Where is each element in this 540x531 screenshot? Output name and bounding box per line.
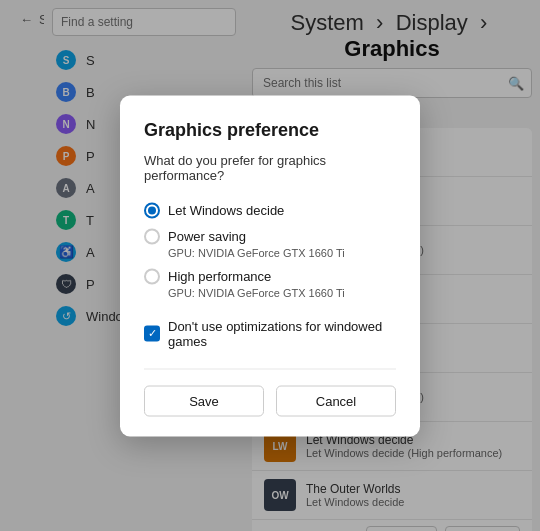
dialog-divider [144, 368, 396, 369]
save-button[interactable]: Save [144, 385, 264, 416]
radio-label-row-high-performance[interactable]: High performance [144, 268, 396, 284]
radio-sub-power-saving: GPU: NVIDIA GeForce GTX 1660 Ti [168, 246, 396, 258]
radio-input-high-performance[interactable] [144, 268, 160, 284]
radio-label-power-saving: Power saving [168, 229, 246, 244]
dialog-title: Graphics preference [144, 119, 396, 140]
radio-item-power-saving[interactable]: Power saving GPU: NVIDIA GeForce GTX 166… [144, 224, 396, 262]
radio-input-let-windows[interactable] [144, 202, 160, 218]
dialog-subtitle: What do you prefer for graphics performa… [144, 152, 396, 182]
checkbox-label: Don't use optimizations for windowed gam… [168, 318, 396, 348]
radio-sub-high-performance: GPU: NVIDIA GeForce GTX 1660 Ti [168, 286, 396, 298]
radio-label-row-power-saving[interactable]: Power saving [144, 228, 396, 244]
checkbox-input[interactable]: ✓ [144, 325, 160, 341]
radio-label-row-let-windows[interactable]: Let Windows decide [144, 202, 396, 218]
radio-label-let-windows: Let Windows decide [168, 203, 284, 218]
radio-group-graphics: Let Windows decide Power saving GPU: NVI… [144, 198, 396, 302]
radio-item-high-performance[interactable]: High performance GPU: NVIDIA GeForce GTX… [144, 264, 396, 302]
radio-input-power-saving[interactable] [144, 228, 160, 244]
dialog-buttons: Save Cancel [144, 385, 396, 416]
graphics-preference-dialog: Graphics preference What do you prefer f… [120, 95, 420, 436]
checkbox-windowed-games[interactable]: ✓ Don't use optimizations for windowed g… [144, 318, 396, 348]
cancel-button[interactable]: Cancel [276, 385, 396, 416]
radio-label-high-performance: High performance [168, 269, 271, 284]
radio-item-let-windows[interactable]: Let Windows decide [144, 198, 396, 222]
